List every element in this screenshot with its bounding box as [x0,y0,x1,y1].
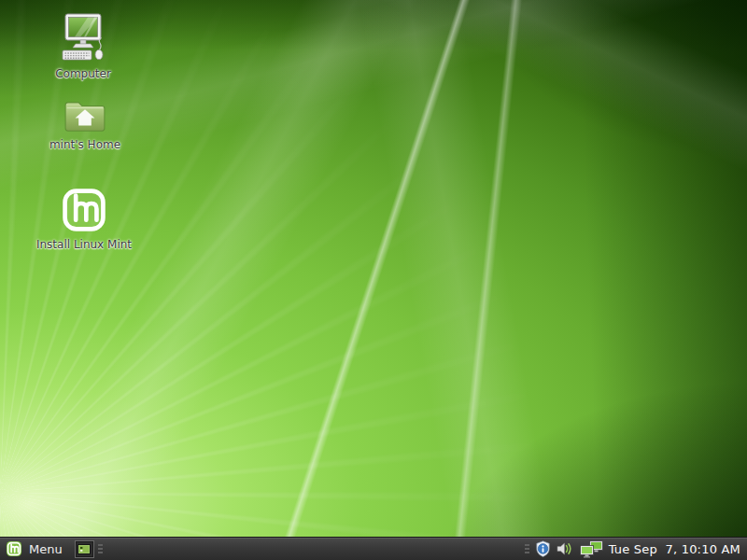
desktop-icon-label: Install Linux Mint [36,238,132,251]
computer-icon [57,11,109,63]
menu-button-label: Menu [29,542,63,556]
update-shield-icon[interactable] [535,540,551,557]
panel-drag-handle-left[interactable] [96,538,105,560]
show-desktop-icon [78,544,91,554]
mint-logo-icon [60,186,108,234]
desktop-icon-label: mint's Home [49,138,120,151]
network-monitors-icon[interactable] [579,540,604,558]
desktop-icon-label: Computer [55,67,111,80]
system-tray [535,540,604,558]
desktop-icon-install-linux-mint[interactable]: Install Linux Mint [30,186,138,251]
desktop-icon-computer[interactable]: Computer [29,11,137,80]
volume-icon[interactable] [557,541,573,556]
panel-drag-handle-right[interactable] [523,538,531,560]
mint-menu-logo-icon [6,540,22,557]
home-folder-icon [63,97,106,134]
show-desktop-button[interactable] [75,540,94,558]
desktop-wallpaper [0,0,747,560]
taskbar-clock[interactable]: Tue Sep 7, 10:10 AM [609,542,747,556]
linux-mint-desktop: { "desktop": { "icons": [ { "label": "Co… [0,0,747,560]
taskbar: Menu [0,537,747,560]
desktop-icon-home[interactable]: mint's Home [31,97,139,151]
menu-button[interactable]: Menu [0,538,71,560]
